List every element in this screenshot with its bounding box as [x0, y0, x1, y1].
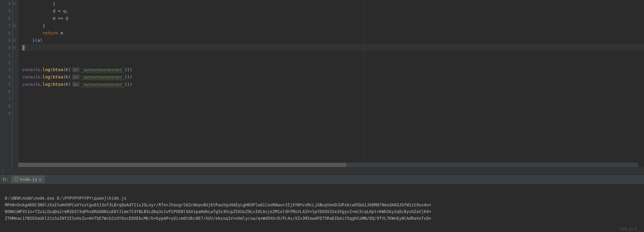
code-line[interactable]: return m	[22, 29, 644, 37]
console-command: D:\NEW\node\node.exe D:\PYPYPYPYYPY\quan…	[5, 196, 126, 201]
code-line[interactable]	[22, 51, 644, 59]
console-line: N9N6iWP3S1n+TZu1LOxqDaJrmR3b5l9qPhxDRUd0…	[5, 209, 431, 214]
gutter-line[interactable]: 5	[0, 81, 16, 88]
gutter-line[interactable]: 8	[0, 103, 16, 110]
code-line[interactable]	[22, 88, 644, 95]
code-line[interactable]: m += d	[22, 15, 644, 22]
nodejs-icon	[14, 177, 19, 182]
gutter-line[interactable]: 6	[0, 15, 16, 22]
code-line[interactable]	[22, 110, 644, 117]
gutter-line[interactable]: 0	[0, 44, 16, 51]
code-line[interactable]	[22, 95, 644, 103]
gutter-line[interactable]: 7	[0, 22, 16, 29]
gutter-line[interactable]: 4	[0, 73, 16, 81]
run-tab-label: hide.js	[20, 177, 37, 182]
close-icon[interactable]: ×	[39, 177, 41, 182]
gutter-line[interactable]: 2	[0, 59, 16, 66]
run-tabs: 行: hide.js ×	[0, 175, 644, 184]
code-line[interactable]	[22, 59, 644, 66]
code-editor[interactable]: } d = q; m += d } return m }(a) } consol…	[18, 0, 644, 167]
gutter-line[interactable]: 9	[0, 110, 16, 117]
code-line[interactable]: d = q;	[22, 7, 644, 15]
code-line[interactable]: console.log(btoa(K(a:'qweqweqweqweqwe'))…	[22, 81, 644, 88]
code-line[interactable]: console.log(btoa(K(a:'qweqweqweqweqwe'))…	[22, 66, 644, 73]
gutter-line[interactable]: 8	[0, 29, 16, 37]
gutter-bottom: )	[0, 167, 644, 174]
console-output[interactable]: D:\NEW\node\node.exe D:\PYPYPYPYYPY\quan…	[0, 184, 644, 232]
gutter-line[interactable]: 7	[0, 95, 16, 103]
run-label: 行:	[2, 177, 9, 182]
run-panel: 行: hide.js × D:\NEW\node\node.exe D:\PYP…	[0, 174, 644, 232]
code-line[interactable]: }	[22, 22, 644, 29]
code-line[interactable]	[22, 103, 644, 110]
code-line[interactable]: }	[22, 0, 644, 7]
gutter: 4 5 6 7 8 9 0 1 2 3 4 5 6 7 8 9	[0, 0, 18, 167]
editor-pane: 4 5 6 7 8 9 0 1 2 3 4 5 6 7 8 9 } d = q;…	[0, 0, 644, 167]
gutter-line[interactable]: 6	[0, 88, 16, 95]
code-line[interactable]: }(a)	[22, 37, 644, 44]
code-line-current[interactable]: }	[22, 44, 644, 51]
gutter-line[interactable]: 4	[0, 0, 16, 7]
watermark: CSDN @小木_.	[619, 227, 642, 231]
code-line[interactable]: console.log(btoa(K(a:'qweqweqweqweqwe'))…	[22, 73, 644, 81]
right-margin-line	[364, 0, 364, 167]
console-line: ZTHMeac1fBSO3aUkl21sSoINf2ISxHsZu+HnTbE7…	[5, 216, 431, 221]
console-line: MFm6+DskgAK0C3NOlzXaItwH49PCaVYozCgu0113…	[5, 202, 431, 207]
gutter-line[interactable]: 3	[0, 66, 16, 73]
scrollbar-thumb[interactable]	[18, 163, 346, 167]
run-tab[interactable]: hide.js ×	[11, 176, 45, 183]
gutter-line[interactable]: 1	[0, 51, 16, 59]
gutter-line[interactable]: 9	[0, 37, 16, 44]
gutter-line[interactable]: 5	[0, 7, 16, 15]
horizontal-scrollbar[interactable]	[18, 163, 638, 167]
